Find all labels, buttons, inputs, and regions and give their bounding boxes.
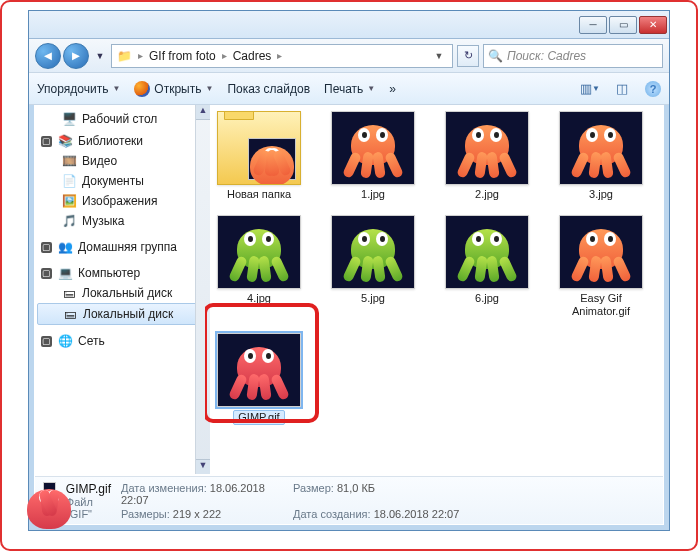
refresh-button[interactable]: ↻ xyxy=(457,45,479,67)
file-label: 3.jpg xyxy=(587,188,615,201)
sidebar-label: Документы xyxy=(82,174,144,188)
details-size-label: Размер: xyxy=(293,482,334,494)
network-icon: 🌐 xyxy=(57,333,73,349)
view-mode-button[interactable]: ▥ ▼ xyxy=(581,80,599,98)
titlebar: ─ ▭ ✕ xyxy=(29,11,669,39)
search-icon: 🔍 xyxy=(488,49,503,63)
slideshow-button[interactable]: Показ слайдов xyxy=(227,82,310,96)
details-dim-value: 219 x 222 xyxy=(173,508,221,520)
sidebar-item-documents[interactable]: 📄Документы xyxy=(35,171,204,191)
details-size-value: 81,0 КБ xyxy=(337,482,375,494)
sidebar-label: Музыка xyxy=(82,214,124,228)
chevron-right-icon: ▸ xyxy=(138,50,143,61)
file-item-6[interactable]: 6.jpg xyxy=(439,215,535,318)
file-item-gimp[interactable]: GIMP.gif xyxy=(211,333,307,425)
scroll-down-icon[interactable]: ▼ xyxy=(196,459,205,474)
details-mod-label: Дата изменения: xyxy=(121,482,207,494)
minimize-button[interactable]: ─ xyxy=(579,16,607,34)
command-bar: Упорядочить▼ Открыть▼ Показ слайдов Печа… xyxy=(29,73,669,105)
documents-icon: 📄 xyxy=(61,173,77,189)
video-icon: 🎞️ xyxy=(61,153,77,169)
firefox-icon xyxy=(134,81,150,97)
nav-bar: ◄ ► ▼ 📁 ▸ GIf from foto ▸ Cadres ▸ ▼ ↻ 🔍… xyxy=(29,39,669,73)
more-menu[interactable]: » xyxy=(389,82,398,96)
file-item-4[interactable]: 4.jpg xyxy=(211,215,307,318)
organize-label: Упорядочить xyxy=(37,82,108,96)
sidebar-item-disk-c[interactable]: 🖴Локальный диск xyxy=(35,283,204,303)
help-button[interactable]: ? xyxy=(645,81,661,97)
forward-button[interactable]: ► xyxy=(63,43,89,69)
expand-icon: ▢ xyxy=(41,136,52,147)
details-filetype: Файл "GIF" xyxy=(66,496,111,520)
print-menu[interactable]: Печать▼ xyxy=(324,82,375,96)
sidebar-item-computer[interactable]: ▢ 💻 Компьютер xyxy=(35,263,204,283)
details-pane: GIMP.gif Файл "GIF" Дата изменения: 18.0… xyxy=(35,476,663,524)
search-input[interactable]: 🔍 Поиск: Cadres xyxy=(483,44,663,68)
slideshow-label: Показ слайдов xyxy=(227,82,310,96)
sidebar-item-desktop[interactable]: 🖥️ Рабочий стол xyxy=(35,109,204,129)
organize-menu[interactable]: Упорядочить▼ xyxy=(37,82,120,96)
body-split: ▲ ▼ 🖥️ Рабочий стол ▢ 📚 Библиотеки 🎞️Вид… xyxy=(35,105,663,474)
preview-pane-button[interactable]: ◫ xyxy=(613,80,631,98)
music-icon: 🎵 xyxy=(61,213,77,229)
folder-item[interactable]: Новая папка xyxy=(211,111,307,201)
expand-icon: ▢ xyxy=(41,268,52,279)
file-item-easygif[interactable]: Easy Gif Animator.gif xyxy=(553,215,649,318)
chevron-right-icon: ▸ xyxy=(277,50,282,61)
breadcrumb-seg-2[interactable]: Cadres xyxy=(233,49,272,63)
sidebar-label: Рабочий стол xyxy=(82,112,157,126)
sidebar-item-homegroup[interactable]: ▢ 👥 Домашняя группа xyxy=(35,237,204,257)
sidebar-label: Библиотеки xyxy=(78,134,143,148)
open-label: Открыть xyxy=(154,82,201,96)
scroll-up-icon[interactable]: ▲ xyxy=(196,105,205,120)
file-thumb xyxy=(445,215,529,289)
folder-thumb xyxy=(217,111,301,185)
sidebar-label: Локальный диск xyxy=(83,307,173,321)
homegroup-icon: 👥 xyxy=(57,239,73,255)
sidebar-item-network[interactable]: ▢ 🌐 Сеть xyxy=(35,331,204,351)
maximize-button[interactable]: ▭ xyxy=(609,16,637,34)
nav-history-dropdown[interactable]: ▼ xyxy=(93,45,107,67)
file-item-2[interactable]: 2.jpg xyxy=(439,111,535,201)
file-label: Easy Gif Animator.gif xyxy=(553,292,649,318)
sidebar-item-music[interactable]: 🎵Музыка xyxy=(35,211,204,231)
file-item-3[interactable]: 3.jpg xyxy=(553,111,649,201)
file-item-1[interactable]: 1.jpg xyxy=(325,111,421,201)
address-bar[interactable]: 📁 ▸ GIf from foto ▸ Cadres ▸ ▼ xyxy=(111,44,453,68)
expand-icon: ▢ xyxy=(41,336,52,347)
file-thumb xyxy=(445,111,529,185)
file-list-pane[interactable]: Новая папка 1.jpg 2.jpg 3.jpg 4.jpg xyxy=(205,105,663,474)
breadcrumb-seg-1[interactable]: GIf from foto xyxy=(149,49,216,63)
details-filename: GIMP.gif xyxy=(66,482,111,496)
sidebar-item-video[interactable]: 🎞️Видео xyxy=(35,151,204,171)
open-menu[interactable]: Открыть▼ xyxy=(134,81,213,97)
explorer-window: ─ ▭ ✕ ◄ ► ▼ 📁 ▸ GIf from foto ▸ Cadres ▸… xyxy=(28,10,670,531)
details-thumb xyxy=(43,482,56,520)
file-item-5[interactable]: 5.jpg xyxy=(325,215,421,318)
file-thumb xyxy=(559,215,643,289)
folder-icon: 📁 xyxy=(116,48,132,64)
print-label: Печать xyxy=(324,82,363,96)
close-button[interactable]: ✕ xyxy=(639,16,667,34)
sidebar-label: Компьютер xyxy=(78,266,140,280)
expand-icon: ▢ xyxy=(41,242,52,253)
sidebar-label: Локальный диск xyxy=(82,286,172,300)
drive-icon: 🖴 xyxy=(62,306,78,322)
chevron-right-icon: ▸ xyxy=(222,50,227,61)
sidebar-item-pictures[interactable]: 🖼️Изображения xyxy=(35,191,204,211)
file-label: 4.jpg xyxy=(245,292,273,305)
sidebar-label: Сеть xyxy=(78,334,105,348)
sidebar-label: Домашняя группа xyxy=(78,240,177,254)
address-dropdown[interactable]: ▼ xyxy=(430,51,448,61)
sidebar-item-libraries[interactable]: ▢ 📚 Библиотеки xyxy=(35,131,204,151)
file-label: Новая папка xyxy=(225,188,293,201)
sidebar-label: Видео xyxy=(82,154,117,168)
file-thumb xyxy=(217,333,301,407)
file-label: 1.jpg xyxy=(359,188,387,201)
file-thumb xyxy=(217,215,301,289)
file-label: 5.jpg xyxy=(359,292,387,305)
file-grid: Новая папка 1.jpg 2.jpg 3.jpg 4.jpg xyxy=(211,111,657,425)
sidebar-scrollbar[interactable]: ▲ ▼ xyxy=(195,105,205,474)
sidebar-item-disk-d[interactable]: 🖴Локальный диск xyxy=(37,303,202,325)
back-button[interactable]: ◄ xyxy=(35,43,61,69)
